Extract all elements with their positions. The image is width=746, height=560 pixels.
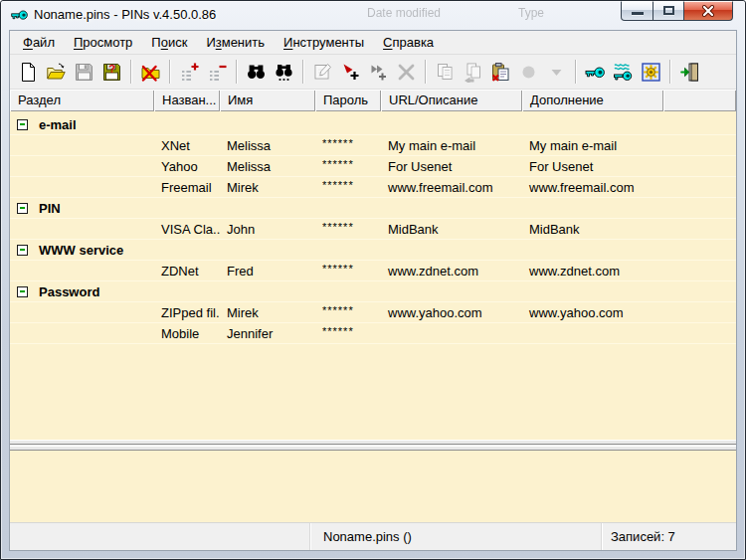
menu-item-0[interactable]: Файл (15, 32, 63, 53)
cell-notes: www.yahoo.com (522, 305, 663, 320)
category-label: e-mail (39, 117, 77, 132)
collapse-toggle-icon[interactable] (17, 286, 28, 297)
entry-row[interactable]: VISA Cla...John******MidBankMidBank (10, 219, 736, 240)
cell-name: VISA Cla... (154, 222, 220, 237)
cell-url: www.freemail.com (381, 180, 522, 195)
collapse-toggle-icon[interactable] (17, 203, 28, 214)
record-button (514, 59, 542, 86)
maximize-icon (663, 6, 674, 15)
cell-login: Fred (220, 264, 315, 279)
cell-notes: www.freemail.com (522, 180, 663, 195)
splitter-handle[interactable] (10, 440, 736, 451)
column-header-1[interactable]: Назван... (154, 90, 220, 111)
copy-clipboard-icon (463, 62, 483, 83)
menu-item-2[interactable]: Поиск (143, 32, 195, 53)
cell-name: ZDNet (154, 264, 220, 279)
cell-password: ****** (315, 325, 381, 337)
menubar: ФайлПросмотрПоискИзменитьИнструментыСпра… (10, 31, 736, 55)
delete-item-button (392, 59, 420, 86)
menu-item-5[interactable]: Справка (375, 32, 442, 53)
column-header-2[interactable]: Имя (220, 90, 315, 111)
cell-password: ****** (315, 158, 381, 170)
add-category-button[interactable] (175, 59, 203, 86)
find-next-button[interactable] (270, 59, 297, 86)
copy-item-icon (435, 62, 456, 83)
cell-login: Melissa (220, 138, 315, 153)
entry-row[interactable]: ZIPped fil...Mirek******www.yahoo.comwww… (10, 302, 736, 323)
collapse-toggle-icon[interactable] (17, 119, 28, 130)
category-row[interactable]: e-mail (10, 114, 736, 135)
password-list-button[interactable] (609, 59, 637, 86)
cell-name: ZIPped fil... (154, 305, 220, 320)
cell-login: Mirek (220, 305, 315, 320)
minimize-button[interactable] (621, 1, 653, 21)
dropdown-arrow-icon (546, 62, 567, 83)
add-item-icon (340, 62, 361, 83)
options-button[interactable] (637, 59, 664, 86)
minimize-icon (632, 12, 644, 15)
cell-url: www.zdnet.com (381, 264, 522, 279)
cell-url: For Usenet (381, 159, 522, 174)
svg-text:?: ? (108, 62, 115, 74)
copy-item-button (431, 59, 459, 86)
cell-url: www.yahoo.com (381, 305, 522, 320)
entry-row[interactable]: MobileJennifer****** (10, 323, 736, 344)
cell-login: Melissa (220, 159, 315, 174)
toolbar-separator (669, 60, 670, 84)
cell-login: Mirek (220, 180, 315, 195)
category-row[interactable]: WWW service (10, 240, 736, 261)
entry-row[interactable]: XNetMelissa******My main e-mailMy main e… (10, 135, 736, 156)
generate-password-button[interactable] (581, 59, 609, 86)
toolbar-separator (575, 60, 576, 84)
app-window: Noname.pins - PINs v.4.50.0.86 Date modi… (0, 0, 746, 560)
menu-item-3[interactable]: Изменить (198, 32, 273, 53)
remove-category-button[interactable] (203, 59, 231, 86)
remove-category-icon (207, 62, 228, 83)
toolbar-separator (130, 60, 131, 84)
entry-row[interactable]: FreemailMirek******www.freemail.comwww.f… (10, 177, 736, 198)
column-header-4[interactable]: URL/Описание (381, 90, 522, 111)
detail-pane (10, 451, 736, 522)
column-header-6[interactable] (663, 90, 736, 111)
copy-clipboard-button (459, 59, 486, 86)
column-header-0[interactable]: Раздел (10, 90, 154, 111)
list-header: РазделНазван...ИмяПарольURL/ОписаниеДопо… (10, 90, 736, 111)
entry-row[interactable]: ZDNetFred******www.zdnet.comwww.zdnet.co… (10, 261, 736, 281)
collapse-toggle-icon[interactable] (17, 245, 28, 256)
title-bar[interactable]: Noname.pins - PINs v.4.50.0.86 Date modi… (1, 1, 745, 30)
find-button[interactable] (242, 59, 270, 86)
entry-row[interactable]: YahooMelissa******For UsenetFor Usenet (10, 156, 736, 177)
column-header-3[interactable]: Пароль (315, 90, 381, 111)
toolbar-separator (425, 60, 426, 84)
column-header-5[interactable]: Дополнение (522, 90, 663, 111)
app-key-icon (11, 7, 29, 23)
cell-password: ****** (315, 137, 381, 149)
paste-special-button[interactable] (486, 59, 514, 86)
category-label: Password (39, 284, 99, 299)
cell-name: XNet (154, 138, 220, 153)
splitter-bar (10, 440, 736, 445)
menu-item-1[interactable]: Просмотр (66, 32, 140, 53)
close-button[interactable] (683, 1, 733, 21)
open-file-button[interactable] (42, 59, 70, 86)
menu-item-4[interactable]: Инструменты (276, 32, 372, 53)
status-left (10, 523, 309, 550)
close-file-button[interactable] (136, 59, 164, 86)
cell-password: ****** (315, 179, 381, 191)
save-as-button[interactable]: ? (97, 59, 125, 86)
category-row[interactable]: Password (10, 281, 736, 302)
exit-button[interactable] (675, 59, 703, 86)
toolbar: ? (10, 55, 736, 90)
maximize-button[interactable] (653, 1, 684, 21)
save-as-icon: ? (101, 62, 122, 83)
entries-view: РазделНазван...ИмяПарольURL/ОписаниеДопо… (10, 90, 736, 440)
background-bleed-text: Date modified (367, 6, 441, 20)
add-item-button[interactable] (336, 59, 364, 86)
new-file-button[interactable] (14, 59, 42, 86)
generate-password-icon (585, 62, 606, 83)
category-row[interactable]: PIN (10, 198, 736, 219)
cell-notes: www.zdnet.com (522, 264, 663, 279)
status-bar: Noname.pins () Записей: 7 (10, 522, 736, 550)
toolbar-separator (236, 60, 237, 84)
cell-password: ****** (315, 263, 381, 275)
